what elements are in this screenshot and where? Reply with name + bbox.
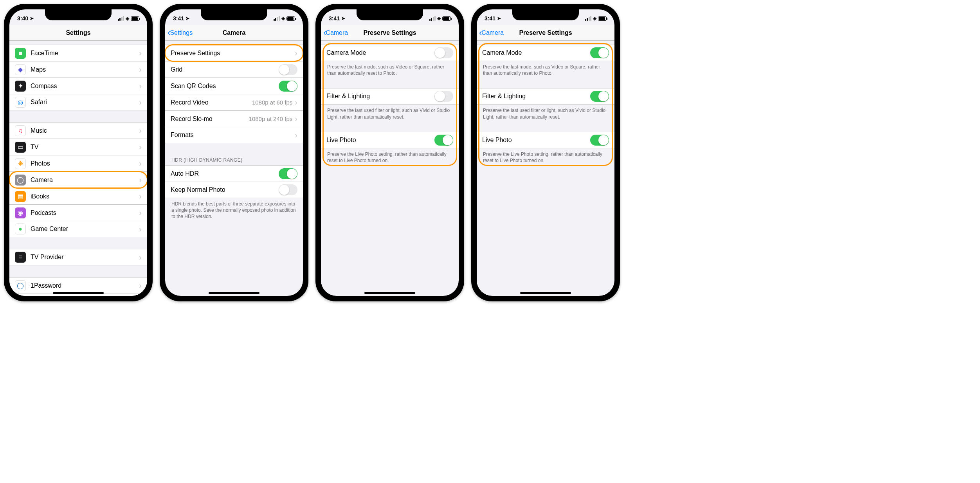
toggle-switch[interactable]	[434, 135, 453, 146]
signal-icon	[585, 16, 592, 21]
location-icon: ➤	[30, 16, 34, 21]
status-time: 3:40	[17, 15, 28, 22]
chevron-right-icon: ›	[139, 253, 142, 262]
toggle-switch[interactable]	[590, 47, 609, 58]
section-footer: Preserve the last used filter or light, …	[321, 105, 459, 120]
settings-row[interactable]: ◎Safari›	[9, 94, 147, 110]
row-label: Keep Normal Photo	[171, 186, 279, 193]
section-footer: HDR blends the best parts of three separ…	[165, 198, 303, 220]
settings-row[interactable]: Preserve Settings›	[165, 45, 303, 61]
settings-row[interactable]: ▤iBooks›	[9, 188, 147, 204]
section-footer: Preserve the last mode, such as Video or…	[321, 61, 459, 76]
settings-row[interactable]: Record Video1080p at 60 fps›	[165, 94, 303, 110]
home-indicator[interactable]	[364, 292, 415, 294]
podcasts-icon: ◉	[15, 207, 26, 218]
toggle-switch[interactable]	[279, 81, 297, 92]
back-button[interactable]: ‹Camera	[323, 25, 348, 40]
settings-row[interactable]: ●Game Center›	[9, 221, 147, 237]
maps-icon: ◆	[15, 64, 26, 75]
toggle-switch[interactable]	[279, 168, 297, 179]
section-header: HDR (HIGH DYNAMIC RANGE)	[165, 155, 303, 165]
wifi-icon: ◈	[593, 16, 596, 21]
chevron-right-icon: ›	[139, 49, 142, 58]
settings-row[interactable]: ◯Camera›	[9, 171, 147, 188]
row-label: FaceTime	[31, 50, 139, 57]
row-label: Auto HDR	[171, 170, 279, 177]
toggle-switch[interactable]	[279, 184, 297, 195]
navbar: ‹SettingsCamera	[165, 25, 303, 41]
1password-icon: ◯	[15, 280, 26, 291]
toggle-switch[interactable]	[590, 91, 609, 102]
settings-row[interactable]: Keep Normal Photo	[165, 182, 303, 198]
chevron-right-icon: ›	[139, 98, 142, 107]
settings-row[interactable]: Live Photo	[321, 132, 459, 148]
section-footer: Preserve the Live Photo setting, rather …	[477, 148, 614, 164]
row-label: Maps	[31, 66, 139, 73]
row-label: TV	[31, 144, 139, 151]
settings-row[interactable]: ♫Music›	[9, 122, 147, 139]
row-label: Filter & Lighting	[482, 93, 590, 100]
home-indicator[interactable]	[53, 292, 104, 294]
settings-row[interactable]: ≡TV Provider›	[9, 249, 147, 265]
row-label: Safari	[31, 99, 139, 106]
navbar: ‹CameraPreserve Settings	[321, 25, 459, 41]
safari-icon: ◎	[15, 97, 26, 108]
section-footer: Preserve the Live Photo setting, rather …	[321, 148, 459, 164]
content: Preserve Settings›GridScan QR CodesRecor…	[165, 41, 303, 296]
settings-row[interactable]: ◯1Password›	[9, 277, 147, 294]
settings-row[interactable]: Filter & Lighting	[321, 88, 459, 105]
facetime-icon: ■	[15, 48, 26, 59]
settings-row[interactable]: Live Photo	[477, 132, 614, 148]
row-value: 1080p at 60 fps	[252, 99, 292, 106]
home-indicator[interactable]	[520, 292, 571, 294]
row-label: iBooks	[31, 193, 139, 200]
toggle-switch[interactable]	[434, 91, 453, 102]
row-label: Camera Mode	[482, 49, 590, 56]
settings-row[interactable]: ■FaceTime›	[9, 45, 147, 61]
section-footer: Preserve the last used filter or light, …	[477, 105, 614, 120]
settings-row[interactable]: ✦Compass›	[9, 77, 147, 94]
signal-icon	[429, 16, 436, 21]
row-label: Live Photo	[482, 137, 590, 144]
back-label: Camera	[481, 29, 504, 36]
row-label: Record Slo-mo	[171, 115, 249, 123]
settings-row[interactable]: Record Slo-mo1080p at 240 fps›	[165, 110, 303, 127]
settings-row[interactable]: Auto HDR	[165, 165, 303, 182]
toggle-switch[interactable]	[434, 47, 453, 58]
back-button[interactable]: ‹Camera	[479, 25, 504, 40]
settings-row[interactable]: Formats›	[165, 127, 303, 143]
toggle-switch[interactable]	[590, 135, 609, 146]
chevron-right-icon: ›	[139, 159, 142, 168]
content: Camera ModePreserve the last mode, such …	[321, 41, 459, 296]
toggle-switch[interactable]	[279, 64, 297, 75]
battery-icon	[286, 16, 295, 21]
chevron-right-icon: ›	[139, 281, 142, 290]
camera-icon: ◯	[15, 175, 26, 186]
chevron-right-icon: ›	[139, 192, 142, 201]
row-label: Scan QR Codes	[171, 83, 279, 90]
tv-icon: ▭	[15, 142, 26, 153]
settings-row[interactable]: Grid	[165, 61, 303, 77]
wifi-icon: ◈	[126, 16, 129, 21]
chevron-right-icon: ›	[139, 126, 142, 135]
chevron-right-icon: ›	[295, 49, 297, 58]
navbar: Settings	[9, 25, 147, 41]
chevron-right-icon: ›	[139, 65, 142, 74]
settings-row[interactable]: Camera Mode	[321, 45, 459, 61]
page-title: Preserve Settings	[519, 29, 572, 36]
location-icon: ➤	[341, 16, 345, 21]
settings-row[interactable]: ◉Podcasts›	[9, 204, 147, 221]
settings-row[interactable]: Scan QR Codes	[165, 77, 303, 94]
row-label: Game Center	[31, 225, 139, 232]
settings-row[interactable]: ▭TV›	[9, 139, 147, 155]
settings-row[interactable]: Filter & Lighting	[477, 88, 614, 105]
home-indicator[interactable]	[209, 292, 259, 294]
row-label: Grid	[171, 66, 279, 73]
row-label: Camera	[31, 177, 139, 184]
settings-row[interactable]: Camera Mode	[477, 45, 614, 61]
chevron-right-icon: ›	[139, 175, 142, 184]
back-button[interactable]: ‹Settings	[168, 25, 193, 40]
settings-row[interactable]: ❋Photos›	[9, 155, 147, 171]
settings-row[interactable]: ◆Maps›	[9, 61, 147, 77]
compass-icon: ✦	[15, 81, 26, 92]
